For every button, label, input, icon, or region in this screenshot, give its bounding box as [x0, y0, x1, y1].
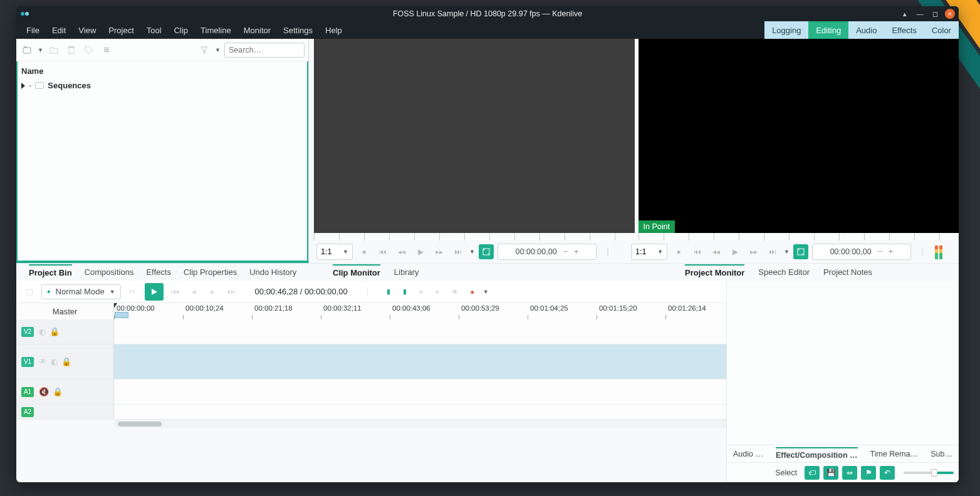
menu-settings[interactable]: Settings — [277, 23, 319, 38]
record-icon[interactable]: ● — [357, 244, 372, 259]
save-button[interactable]: 💾 — [823, 466, 838, 480]
menu-monitor[interactable]: Monitor — [237, 23, 277, 38]
track-lane[interactable] — [114, 380, 726, 405]
prev-frame-icon[interactable]: ◂◂ — [709, 244, 724, 259]
lock-icon[interactable]: 🔒 — [50, 327, 60, 336]
menu-project[interactable]: Project — [102, 23, 140, 38]
prev-frame-icon[interactable]: ◂◂ — [394, 244, 409, 259]
add-clip-dropdown-icon[interactable]: ▼ — [38, 47, 43, 53]
menu-clip[interactable]: Clip — [168, 23, 194, 38]
menu-tool[interactable]: Tool — [140, 23, 168, 38]
on-top-icon[interactable]: ▴ — [900, 9, 910, 19]
track-lane[interactable] — [114, 319, 726, 344]
timeline-play-button[interactable] — [145, 283, 164, 301]
play-options-dropdown-icon[interactable]: ▼ — [469, 249, 475, 255]
tool-razor-icon[interactable]: ✂ — [126, 285, 140, 299]
zone-out-icon[interactable]: ▮ — [399, 286, 410, 297]
more-tools-dropdown-icon[interactable]: ▼ — [483, 289, 489, 295]
menu-timeline[interactable]: Timeline — [194, 23, 237, 38]
filter-dropdown-icon[interactable]: ▼ — [215, 47, 221, 53]
tag-button[interactable]: 🏷 — [805, 466, 820, 480]
bin-column-header[interactable]: Name — [21, 64, 303, 80]
bin-tree[interactable]: Name - Sequences — [16, 61, 308, 262]
expand-icon[interactable] — [21, 83, 25, 89]
menu-help[interactable]: Help — [319, 23, 348, 38]
track-header-a2[interactable]: A2 — [16, 405, 114, 420]
clip-timecode[interactable]: 00:00:00,00 − + — [498, 244, 597, 260]
undo-button[interactable]: ↶ — [880, 466, 895, 480]
tab-subtitles[interactable]: Sub… — [930, 450, 952, 458]
step-back-icon[interactable]: ◂ — [187, 285, 201, 299]
menu-edit[interactable]: Edit — [46, 23, 72, 38]
mode-audio[interactable]: Audio — [848, 21, 884, 39]
add-clip-icon[interactable] — [20, 43, 34, 57]
filter-icon[interactable] — [197, 43, 211, 57]
tab-clip-properties[interactable]: Clip Properties — [184, 265, 237, 279]
tc-increment-icon[interactable]: + — [889, 247, 893, 256]
flag-button[interactable]: ⚑ — [861, 466, 876, 480]
track-lane[interactable] — [114, 344, 726, 380]
scroll-thumb[interactable] — [118, 421, 162, 426]
favorite-icon[interactable]: ★ — [448, 285, 462, 299]
tab-time-remap[interactable]: Time Rema… — [870, 450, 919, 458]
clip-zoom-select[interactable]: 1:1▼ — [316, 244, 353, 260]
track-a1[interactable]: A1 🔇🔒 — [16, 380, 726, 405]
project-settings-icon[interactable]: ⋮ — [915, 244, 930, 259]
tab-speech-editor[interactable]: Speech Editor — [758, 265, 810, 279]
tab-project-monitor[interactable]: Project Monitor — [685, 264, 744, 280]
zone-in-icon[interactable]: ▮ — [383, 286, 394, 297]
zone-indicator[interactable] — [115, 312, 128, 318]
track-header-a1[interactable]: A1 🔇🔒 — [16, 380, 114, 405]
timeline-tracks[interactable]: V2 ◐🔒 V1 👁◐🔒 A1 — [16, 319, 726, 482]
tab-compositions[interactable]: Compositions — [85, 265, 134, 279]
timeline-zoom-slider[interactable] — [904, 472, 954, 474]
play-options-dropdown-icon[interactable]: ▼ — [784, 249, 790, 255]
lock-icon[interactable]: 🔒 — [61, 357, 71, 366]
next-frame-icon[interactable]: ▸▸ — [432, 244, 447, 259]
track-v2[interactable]: V2 ◐🔒 — [16, 319, 726, 344]
mute-icon[interactable]: 🔇 — [39, 387, 49, 396]
tool-pointer-icon[interactable]: ▢ — [23, 285, 36, 299]
clip-monitor-viewport[interactable] — [314, 39, 635, 233]
mode-editing[interactable]: Editing — [808, 21, 848, 39]
mode-logging[interactable]: Logging — [764, 21, 808, 39]
create-folder-icon[interactable] — [47, 43, 61, 57]
track-v1[interactable]: V1 👁◐🔒 — [16, 344, 726, 380]
zone-tool-icon[interactable] — [793, 244, 808, 259]
tc-increment-icon[interactable]: + — [574, 247, 578, 256]
tag-icon[interactable] — [82, 43, 96, 57]
project-zoom-select[interactable]: 1:1▼ — [631, 244, 667, 260]
forward-icon[interactable]: ⏭ — [451, 244, 466, 259]
tab-audio[interactable]: Audio … — [733, 450, 763, 458]
skip-start-icon[interactable]: ⏮ — [169, 285, 182, 299]
skip-end-icon[interactable]: ⏭ — [225, 285, 239, 299]
zone-tool-icon[interactable] — [479, 244, 494, 259]
tab-project-bin[interactable]: Project Bin — [29, 264, 72, 280]
timeline-ruler[interactable]: Master 00:00:00;0000:00:10;2400:00:21;18… — [16, 303, 726, 319]
titlebar[interactable]: FOSS Linux Sample / HD 1080p 29.97 fps —… — [16, 6, 959, 21]
tab-project-notes[interactable]: Project Notes — [823, 265, 872, 279]
play-icon[interactable]: ▶ — [727, 244, 743, 259]
clip-settings-icon[interactable]: ⋮ — [600, 244, 615, 259]
tc-decrement-icon[interactable]: − — [878, 247, 882, 256]
close-button[interactable]: × — [945, 9, 955, 19]
search-input[interactable] — [224, 43, 305, 58]
lock-icon[interactable]: 🔒 — [53, 387, 63, 396]
tab-library[interactable]: Library — [394, 265, 419, 279]
minimize-button[interactable]: — — [915, 9, 925, 19]
project-timecode[interactable]: 00:00:00,00 − + — [812, 244, 911, 260]
track-header-v2[interactable]: V2 ◐🔒 — [16, 319, 114, 344]
monitor-rulers[interactable] — [314, 233, 959, 240]
remove-zone-out-icon[interactable]: × — [432, 286, 443, 297]
tab-effects[interactable]: Effects — [146, 265, 171, 279]
record-icon[interactable]: ● — [467, 286, 478, 297]
step-fwd-icon[interactable]: ▸ — [206, 285, 220, 299]
track-a2[interactable]: A2 — [16, 405, 726, 420]
master-track-label[interactable]: Master — [16, 303, 114, 319]
track-header-v1[interactable]: V1 👁◐🔒 — [16, 344, 114, 380]
zoom-knob[interactable] — [931, 469, 937, 477]
tab-effect-composition[interactable]: Effect/Composition … — [776, 447, 858, 460]
fit-button[interactable]: ⇔ — [842, 466, 857, 480]
rewind-icon[interactable]: ⏮ — [690, 244, 705, 259]
delete-clip-icon[interactable] — [65, 43, 78, 57]
